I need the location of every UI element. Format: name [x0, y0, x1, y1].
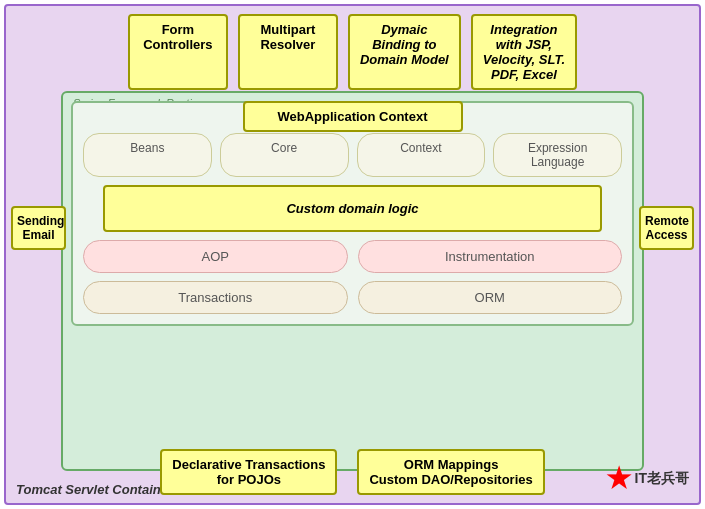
core-items-row: Beans Core Context ExpressionLanguage: [83, 133, 622, 177]
sending-email-label: Sending Email: [17, 214, 64, 242]
star-badge: ★ IT老兵哥: [606, 462, 689, 495]
webapp-context-box: WebApplication Context: [243, 101, 463, 132]
expression-language-box: ExpressionLanguage: [493, 133, 622, 177]
outer-container: Tomcat Servlet Container FormControllers…: [4, 4, 701, 505]
core-box: Core: [220, 133, 349, 177]
top-boxes-row: FormControllers MultipartResolver Dymaic…: [76, 14, 629, 90]
dynamic-binding-box: DymaicBinding toDomain Model: [348, 14, 461, 90]
badge-text: IT老兵哥: [635, 470, 689, 488]
multipart-resolver-label: MultipartResolver: [260, 22, 315, 52]
context-box: Context: [357, 133, 486, 177]
declarative-transactions-label: Declarative Transactionsfor POJOs: [172, 457, 325, 487]
transactions-orm-row: Transactions ORM: [83, 281, 622, 314]
sending-email-box: Sending Email: [11, 206, 66, 250]
dynamic-binding-label: DymaicBinding toDomain Model: [360, 22, 449, 67]
bottom-boxes-row: Declarative Transactionsfor POJOs ORM Ma…: [61, 449, 644, 495]
orm-mappings-label: ORM MappingsCustom DAO/Repositories: [369, 457, 532, 487]
instrumentation-box: Instrumentation: [358, 240, 623, 273]
star-icon: ★: [606, 462, 631, 495]
aop-box: AOP: [83, 240, 348, 273]
form-controllers-label: FormControllers: [143, 22, 212, 52]
spring-runtime-container: Spring Framework Runtime Web Servlet Cor…: [61, 91, 644, 471]
beans-box: Beans: [83, 133, 212, 177]
remote-access-label: Remote Access: [645, 214, 689, 242]
declarative-transactions-box: Declarative Transactionsfor POJOs: [160, 449, 337, 495]
form-controllers-box: FormControllers: [128, 14, 228, 90]
integration-box: Integrationwith JSP,Velocity, SLT.PDF, E…: [471, 14, 577, 90]
orm-mappings-box: ORM MappingsCustom DAO/Repositories: [357, 449, 544, 495]
remote-access-box: Remote Access: [639, 206, 694, 250]
multipart-resolver-box: MultipartResolver: [238, 14, 338, 90]
orm-box: ORM: [358, 281, 623, 314]
core-container: Core Container Beans Core Context Expres…: [71, 101, 634, 326]
custom-domain-box: Custom domain logic: [103, 185, 602, 232]
integration-label: Integrationwith JSP,Velocity, SLT.PDF, E…: [483, 22, 565, 82]
transactions-box: Transactions: [83, 281, 348, 314]
aop-instrumentation-row: AOP Instrumentation: [83, 240, 622, 273]
